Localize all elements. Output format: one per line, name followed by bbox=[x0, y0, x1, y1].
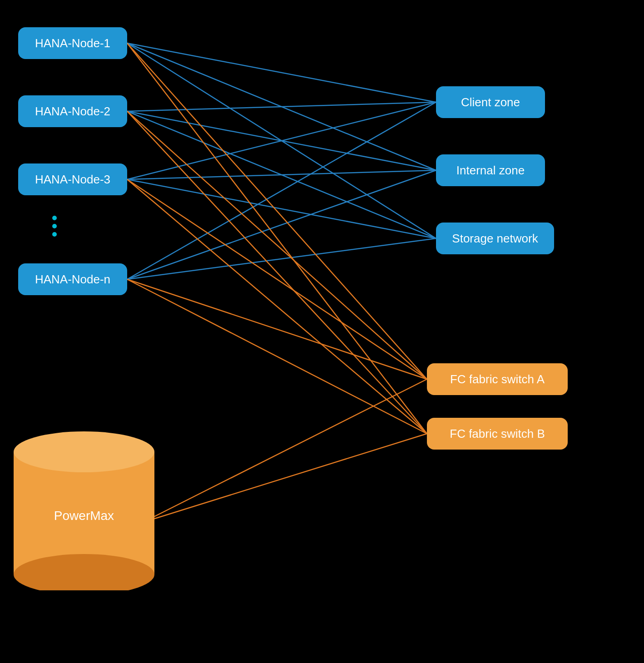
dot-2 bbox=[52, 224, 57, 228]
connection-line bbox=[127, 43, 427, 434]
hana-node-1-label: HANA-Node-1 bbox=[35, 36, 110, 50]
connection-line bbox=[143, 379, 427, 522]
connection-line bbox=[127, 279, 427, 379]
client-zone: Client zone bbox=[436, 86, 545, 118]
connection-line bbox=[127, 111, 427, 379]
connection-line bbox=[127, 102, 436, 111]
connection-line bbox=[127, 179, 436, 238]
connection-line bbox=[127, 111, 436, 170]
connection-line bbox=[127, 111, 436, 238]
dot-3 bbox=[52, 232, 57, 237]
connection-line bbox=[127, 170, 436, 279]
connection-line bbox=[127, 43, 436, 102]
hana-node-n-label: HANA-Node-n bbox=[35, 272, 110, 287]
hana-node-3: HANA-Node-3 bbox=[18, 163, 127, 195]
connection-line bbox=[127, 43, 436, 170]
connection-line bbox=[127, 43, 436, 238]
hana-node-3-label: HANA-Node-3 bbox=[35, 173, 110, 187]
fc-switch-b-label: FC fabric switch B bbox=[450, 427, 545, 441]
connection-line bbox=[127, 238, 436, 279]
connection-line bbox=[127, 179, 427, 379]
diagram-container: HANA-Node-1 HANA-Node-2 HANA-Node-3 HANA… bbox=[0, 0, 644, 663]
connection-line bbox=[143, 434, 427, 522]
fc-switch-a: FC fabric switch A bbox=[427, 363, 568, 395]
powermax-label: PowerMax bbox=[54, 509, 114, 523]
fc-switch-a-label: FC fabric switch A bbox=[450, 372, 545, 386]
connection-line bbox=[127, 43, 427, 379]
hana-node-2-label: HANA-Node-2 bbox=[35, 104, 110, 119]
dot-1 bbox=[52, 216, 57, 220]
fc-switch-b: FC fabric switch B bbox=[427, 418, 568, 450]
connection-line bbox=[127, 170, 436, 179]
powermax-cylinder: PowerMax bbox=[14, 431, 163, 590]
hana-node-1: HANA-Node-1 bbox=[18, 27, 127, 59]
storage-network-label: Storage network bbox=[452, 232, 538, 246]
connection-line bbox=[127, 111, 427, 434]
ellipsis-indicator bbox=[52, 216, 57, 237]
connection-line bbox=[127, 102, 436, 179]
hana-node-2: HANA-Node-2 bbox=[18, 95, 127, 127]
internal-zone: Internal zone bbox=[436, 154, 545, 186]
connection-line bbox=[127, 102, 436, 279]
connection-line bbox=[127, 279, 427, 434]
svg-point-1 bbox=[14, 431, 154, 472]
hana-node-n: HANA-Node-n bbox=[18, 263, 127, 295]
client-zone-label: Client zone bbox=[461, 95, 520, 109]
connection-line bbox=[127, 179, 427, 434]
internal-zone-label: Internal zone bbox=[456, 163, 525, 178]
storage-network: Storage network bbox=[436, 223, 554, 254]
